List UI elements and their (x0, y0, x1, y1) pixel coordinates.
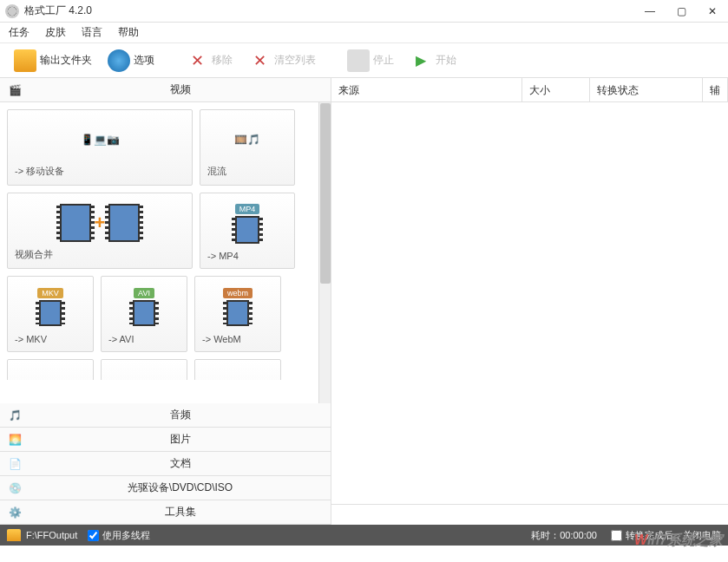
option-icon (108, 49, 130, 72)
category-disc[interactable]: 💿 光驱设备\DVD\CD\ISO (0, 476, 331, 500)
video-tile-grid: 📱💻📷 -> 移动设备 🎞️🎵 混流 + 视频合并 MP4 -> MP4 (0, 102, 331, 403)
menu-language[interactable]: 语言 (82, 25, 102, 40)
category-tools[interactable]: ⚙️ 工具集 (0, 500, 331, 525)
window-title: 格式工厂 4.2.0 (24, 3, 639, 18)
maximize-button[interactable]: ▢ (671, 5, 692, 17)
audio-category-icon: 🎵 (3, 407, 26, 424)
category-video-label: 视频 (30, 82, 331, 97)
statusbar: F:\FFOutput 使用多线程 耗时：00:00:00 转换完成后：关闭电脑 (0, 525, 728, 546)
webm-icon: webm (202, 284, 273, 330)
stop-button[interactable]: 停止 (342, 47, 399, 75)
category-audio[interactable]: 🎵 音频 (0, 403, 331, 428)
tile-mkv-label: -> MKV (15, 334, 86, 344)
category-image-label: 图片 (30, 432, 331, 447)
right-pane: 来源 大小 转换状态 辅 (331, 78, 728, 525)
category-image[interactable]: 🌅 图片 (0, 428, 331, 452)
left-pane: 🎬 视频 📱💻📷 -> 移动设备 🎞️🎵 混流 + 视频合并 (0, 78, 331, 525)
app-icon (5, 4, 19, 18)
menubar: 任务 皮肤 语言 帮助 (0, 23, 728, 43)
tools-category-icon: ⚙️ (3, 504, 26, 521)
clear-label: 清空列表 (274, 53, 316, 68)
minimize-button[interactable]: — (639, 5, 660, 17)
col-extra[interactable]: 辅 (703, 78, 728, 101)
grid-scrollbar[interactable] (318, 102, 331, 403)
stop-icon (347, 49, 370, 72)
remove-button[interactable]: 移除 (180, 47, 238, 75)
output-folder-icon-small[interactable] (7, 529, 21, 541)
tile-wmv[interactable]: WMV (194, 359, 281, 380)
tile-webm[interactable]: webm -> WebM (194, 276, 281, 352)
category-disc-label: 光驱设备\DVD\CD\ISO (30, 480, 331, 495)
output-folder-button[interactable]: 输出文件夹 (9, 47, 97, 75)
option-label: 选项 (134, 53, 154, 68)
doc-category-icon: 📄 (3, 455, 26, 473)
clear-button[interactable]: 清空列表 (243, 47, 321, 75)
tile-partial-1[interactable] (7, 359, 94, 380)
elapsed-time: 耗时：00:00:00 (531, 529, 597, 542)
multithread-label: 使用多线程 (102, 529, 150, 542)
after-done-label: 转换完成后：关闭电脑 (626, 529, 721, 542)
remove-label: 移除 (212, 53, 233, 68)
tile-mkv[interactable]: MKV -> MKV (7, 276, 94, 352)
menu-skin[interactable]: 皮肤 (45, 25, 66, 40)
tile-mp4-label: -> MP4 (207, 251, 287, 261)
folder-icon (14, 49, 36, 72)
tile-video-merge[interactable]: + 视频合并 (7, 193, 193, 269)
mux-icon: 🎞️🎵 (207, 117, 287, 161)
stop-label: 停止 (373, 53, 394, 68)
col-source[interactable]: 来源 (331, 78, 522, 101)
tile-mobile-device[interactable]: 📱💻📷 -> 移动设备 (7, 109, 193, 186)
task-list-body[interactable] (331, 102, 728, 504)
disc-category-icon: 💿 (3, 480, 26, 497)
mobile-devices-icon: 📱💻📷 (15, 117, 185, 161)
play-icon (410, 49, 432, 72)
col-size[interactable]: 大小 (522, 78, 590, 101)
tile-mobile-label: -> 移动设备 (15, 165, 185, 178)
video-category-icon: 🎬 (3, 82, 26, 99)
remove-icon (186, 49, 208, 72)
output-folder-label: 输出文件夹 (40, 53, 92, 68)
tile-mux-label: 混流 (207, 165, 287, 178)
option-button[interactable]: 选项 (102, 47, 160, 75)
mp4-icon: MP4 (207, 200, 287, 247)
merge-icon: + (15, 200, 185, 245)
output-path[interactable]: F:\FFOutput (26, 530, 77, 540)
category-tools-label: 工具集 (30, 505, 331, 520)
tile-webm-label: -> WebM (202, 334, 273, 344)
tile-avi[interactable]: AVI -> AVI (101, 276, 187, 352)
category-video[interactable]: 🎬 视频 (0, 78, 331, 102)
multithread-checkbox[interactable] (88, 530, 99, 541)
tile-gif[interactable]: GIF (101, 359, 187, 380)
category-audio-label: 音频 (30, 408, 331, 422)
right-bottom-bar (331, 504, 728, 525)
mkv-icon: MKV (15, 284, 86, 330)
menu-task[interactable]: 任务 (9, 25, 30, 40)
category-doc-label: 文档 (30, 456, 331, 471)
task-list-header: 来源 大小 转换状态 辅 (331, 78, 728, 102)
image-category-icon: 🌅 (3, 431, 26, 448)
category-document[interactable]: 📄 文档 (0, 452, 331, 476)
tile-merge-label: 视频合并 (15, 248, 185, 261)
tile-avi-label: -> AVI (108, 334, 180, 344)
close-button[interactable]: ✕ (702, 5, 723, 17)
tile-mp4[interactable]: MP4 -> MP4 (200, 193, 295, 269)
clear-icon (248, 49, 271, 72)
toolbar: 输出文件夹 选项 移除 清空列表 停止 开始 (0, 43, 728, 78)
start-label: 开始 (436, 53, 456, 68)
menu-help[interactable]: 帮助 (118, 25, 139, 40)
after-done-checkbox[interactable] (611, 530, 622, 541)
tile-mux[interactable]: 🎞️🎵 混流 (200, 109, 295, 186)
avi-icon: AVI (108, 284, 180, 330)
col-status[interactable]: 转换状态 (590, 78, 703, 101)
start-button[interactable]: 开始 (404, 47, 462, 75)
